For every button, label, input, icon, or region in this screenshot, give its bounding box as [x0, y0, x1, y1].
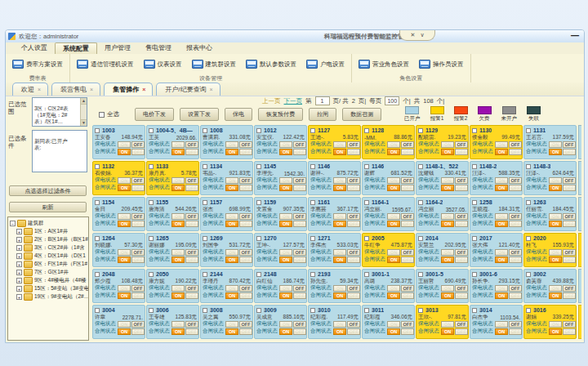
- selected-condition-listbox[interactable]: 新同表:已开户 表:: [32, 130, 87, 172]
- card-checkbox[interactable]: [256, 236, 261, 241]
- switch-off-toggle[interactable]: OFF: [401, 292, 414, 299]
- protect-on-toggle[interactable]: ON: [441, 249, 454, 256]
- protect-off-toggle[interactable]: OFF: [185, 213, 198, 220]
- card-checkbox[interactable]: [526, 128, 531, 133]
- switch-on-toggle[interactable]: ON: [333, 149, 346, 155]
- switch-on-toggle[interactable]: ON: [441, 257, 454, 263]
- card-checkbox[interactable]: [472, 164, 477, 169]
- switch-on-toggle[interactable]: ON: [495, 221, 508, 227]
- switch-off-toggle[interactable]: OFF: [347, 328, 360, 335]
- meter-card[interactable]: 1146谢祥-.875.72元保电状态ONOFF合闸状态ONOFF: [308, 161, 361, 195]
- protect-on-toggle[interactable]: ON: [118, 213, 131, 220]
- switch-off-toggle[interactable]: OFF: [401, 328, 414, 335]
- tree-item[interactable]: +4区：D区1#井（D区1: [10, 252, 88, 260]
- protect-off-toggle[interactable]: OFF: [563, 285, 576, 292]
- protect-on-toggle[interactable]: ON: [387, 285, 400, 292]
- card-checkbox[interactable]: [203, 200, 207, 205]
- switch-off-toggle[interactable]: OFF: [563, 221, 576, 227]
- action-button[interactable]: 电价下发: [135, 108, 174, 121]
- meter-card[interactable]: 1264刘晓娜.57.30元保电状态ONOFF合闸状态ONOFF: [92, 233, 145, 267]
- protect-off-toggle[interactable]: OFF: [401, 177, 414, 184]
- card-checkbox[interactable]: [310, 308, 315, 313]
- action-button[interactable]: 保电: [225, 108, 252, 121]
- protect-off-toggle[interactable]: OFF: [347, 321, 360, 328]
- protect-off-toggle[interactable]: OFF: [185, 321, 198, 328]
- meter-card[interactable]: 1148-3汪泽-.624.64元保电状态ONOFF合闸状态ONOFF: [523, 161, 577, 195]
- card-checkbox[interactable]: [472, 200, 477, 205]
- next-page-link[interactable]: 下一页: [284, 97, 303, 105]
- meter-card[interactable]: 1003王安春148.94元保电状态ONOFF合闸状态ONOFF: [92, 125, 145, 159]
- protect-on-toggle[interactable]: ON: [549, 249, 562, 256]
- protect-off-toggle[interactable]: OFF: [563, 141, 576, 148]
- expand-icon[interactable]: +: [16, 261, 22, 267]
- switch-off-toggle[interactable]: OFF: [347, 292, 360, 299]
- switch-off-toggle[interactable]: OFF: [347, 185, 360, 191]
- protect-off-toggle[interactable]: OFF: [347, 285, 360, 292]
- tree-item[interactable]: +2区：B区1#井（B区1#: [10, 235, 88, 243]
- switch-off-toggle[interactable]: OFF: [509, 328, 522, 335]
- switch-on-toggle[interactable]: ON: [549, 149, 562, 155]
- tab[interactable]: 欢迎×: [12, 83, 48, 96]
- card-checkbox[interactable]: [95, 236, 100, 241]
- switch-off-toggle[interactable]: OFF: [563, 185, 576, 191]
- card-checkbox[interactable]: [310, 272, 315, 277]
- switch-off-toggle[interactable]: OFF: [131, 221, 145, 227]
- listbox-scrollbar[interactable]: ▲ ▼: [80, 98, 87, 126]
- meter-card[interactable]: 1164-2冯立丽3527.05.保电状态ONOFF合闸状态ONOFF: [416, 197, 469, 231]
- switch-off-toggle[interactable]: OFF: [401, 221, 414, 227]
- card-checkbox[interactable]: [203, 308, 207, 313]
- protect-off-toggle[interactable]: OFF: [563, 321, 576, 328]
- card-checkbox[interactable]: [310, 236, 315, 241]
- selected-range-listbox[interactable]: 3区：C区2#表 （1#充电：2# 表）/区1#… ▲ ▼: [32, 97, 87, 127]
- meter-card[interactable]: 2017张大伟121.40元保电状态ONOFF合闸状态ONOFF: [470, 233, 523, 267]
- protect-on-toggle[interactable]: ON: [225, 249, 238, 256]
- protect-on-toggle[interactable]: ON: [172, 249, 185, 256]
- switch-on-toggle[interactable]: ON: [333, 292, 346, 299]
- switch-on-toggle[interactable]: ON: [279, 149, 292, 155]
- card-checkbox[interactable]: [203, 128, 207, 133]
- protect-off-toggle[interactable]: OFF: [347, 213, 360, 220]
- switch-on-toggle[interactable]: ON: [495, 292, 508, 299]
- protect-off-toggle[interactable]: OFF: [239, 177, 252, 184]
- meter-card[interactable]: 3009吴成意885.16元保电状态ONOFF合闸状态ONOFF: [254, 305, 307, 339]
- card-checkbox[interactable]: [203, 236, 207, 241]
- ribbon-button[interactable]: 营业角色设置: [355, 57, 412, 71]
- card-checkbox[interactable]: [364, 308, 369, 313]
- meter-card[interactable]: 1161李惠芸367.17元保电状态ONOFF合闸状态ONOFF: [308, 197, 361, 231]
- meter-card[interactable]: 3011纪彩霞346.06元保电状态ONOFF合闸状态ONOFF: [362, 305, 415, 339]
- meter-card[interactable]: 3006王专雄125.83元保电状态ONOFF合闸状态ONOFF: [146, 305, 199, 339]
- meter-card[interactable]: 1134韦晶-.921.83元保电状态ONOFF合闸状态ONOFF: [200, 161, 253, 195]
- ribbon-button[interactable]: 仪表设置: [140, 57, 185, 71]
- switch-on-toggle[interactable]: ON: [441, 328, 454, 335]
- card-checkbox[interactable]: [418, 200, 423, 205]
- protect-off-toggle[interactable]: OFF: [509, 213, 522, 220]
- protect-on-toggle[interactable]: ON: [549, 285, 562, 292]
- switch-on-toggle[interactable]: ON: [118, 221, 131, 227]
- switch-on-toggle[interactable]: ON: [279, 257, 292, 263]
- protect-off-toggle[interactable]: OFF: [563, 213, 576, 220]
- meter-card[interactable]: 2005牛红争475.87元保电状态ONOFF合闸状态ONOFF: [362, 233, 415, 267]
- switch-on-toggle[interactable]: ON: [225, 257, 238, 263]
- protect-on-toggle[interactable]: ON: [279, 141, 292, 148]
- protect-on-toggle[interactable]: ON: [279, 321, 292, 328]
- switch-on-toggle[interactable]: ON: [495, 149, 508, 155]
- switch-on-toggle[interactable]: ON: [279, 185, 292, 191]
- expand-icon[interactable]: +: [16, 237, 22, 243]
- protect-on-toggle[interactable]: ON: [333, 249, 346, 256]
- meter-card[interactable]: 1145李理先.1542.30.保电状态ONOFF合闸状态ONOFF: [254, 161, 307, 195]
- card-checkbox[interactable]: [149, 272, 154, 277]
- card-checkbox[interactable]: [526, 272, 531, 277]
- protect-on-toggle[interactable]: ON: [225, 213, 238, 220]
- meter-card[interactable]: 2014安慧兰202.95元保电状态ONOFF合闸状态ONOFF: [416, 233, 469, 267]
- tree-item[interactable]: +9区：4#楼电井（4#楼: [10, 276, 88, 284]
- protect-on-toggle[interactable]: ON: [495, 213, 508, 220]
- card-checkbox[interactable]: [364, 272, 369, 277]
- card-checkbox[interactable]: [418, 164, 423, 169]
- card-checkbox[interactable]: [256, 272, 261, 277]
- protect-off-toggle[interactable]: OFF: [239, 141, 252, 148]
- page-number-input[interactable]: 1: [315, 96, 330, 105]
- meter-card[interactable]: 1128-MM.88.86元保电状态ONOFF合闸状态ONOFF: [362, 125, 415, 159]
- protect-off-toggle[interactable]: OFF: [131, 177, 145, 184]
- protect-on-toggle[interactable]: ON: [118, 141, 131, 148]
- switch-on-toggle[interactable]: ON: [441, 149, 454, 155]
